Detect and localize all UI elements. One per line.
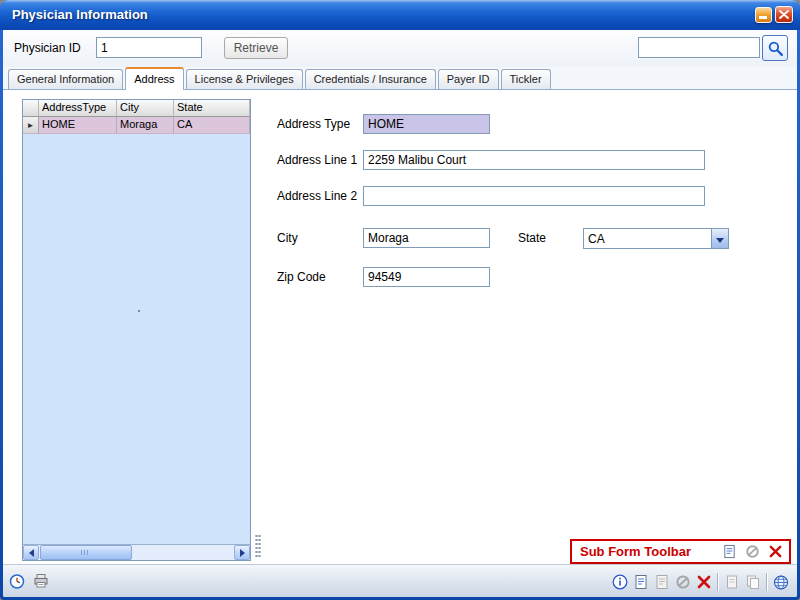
close-button[interactable] [775, 6, 793, 23]
window-title: Physician Information [12, 7, 148, 22]
subform-delete-icon[interactable] [767, 544, 783, 560]
arrow-left-icon [29, 549, 34, 557]
page-disabled-icon [724, 574, 740, 590]
scroll-track[interactable] [133, 545, 234, 560]
address-line-2-label: Address Line 2 [277, 189, 357, 203]
zip-code-label: Zip Code [277, 270, 326, 284]
tab-credentials-insurance[interactable]: Credentials / Insurance [305, 69, 436, 89]
grid-empty-area [23, 134, 250, 544]
tab-payer-id[interactable]: Payer ID [438, 69, 499, 89]
grid-header-row: AddressType City State [23, 100, 250, 117]
search-input[interactable] [638, 37, 760, 58]
scroll-thumb[interactable] [40, 545, 132, 560]
retrieve-button[interactable]: Retrieve [224, 37, 288, 59]
grid-column-city[interactable]: City [117, 100, 174, 117]
zip-code-input[interactable] [363, 267, 490, 287]
state-dropdown-value: CA [584, 232, 711, 246]
city-label: City [277, 231, 298, 245]
row-pointer-icon: ► [23, 117, 39, 134]
subform-toolbar-label: Sub Form Toolbar [580, 544, 691, 559]
scroll-left-button[interactable] [23, 545, 39, 560]
notes-icon[interactable] [633, 574, 649, 590]
address-line-1-label: Address Line 1 [277, 153, 357, 167]
scroll-right-button[interactable] [234, 545, 250, 560]
stray-dot [138, 310, 140, 312]
tab-strip: General Information Address License & Pr… [3, 67, 797, 89]
grid-column-addresstype[interactable]: AddressType [39, 100, 117, 117]
arrow-right-icon [240, 549, 245, 557]
address-grid: AddressType City State ► HOME Moraga CA [22, 99, 251, 561]
state-dropdown[interactable]: CA [583, 228, 729, 249]
info-icon[interactable] [612, 574, 628, 590]
physician-id-input[interactable] [96, 37, 202, 58]
search-icon [767, 40, 784, 57]
chevron-down-icon [716, 238, 724, 243]
city-input[interactable] [363, 228, 490, 248]
grid-column-state[interactable]: State [174, 100, 250, 117]
cancel-disabled-icon [675, 574, 691, 590]
print-icon[interactable] [33, 573, 49, 589]
tab-license-privileges[interactable]: License & Privileges [186, 69, 303, 89]
cell-state[interactable]: CA [174, 117, 250, 134]
globe-icon[interactable] [773, 574, 789, 590]
status-right-icons [612, 573, 789, 591]
address-type-label: Address Type [277, 117, 350, 131]
header-toolbar: Physician ID Retrieve [3, 30, 797, 67]
status-separator [766, 573, 768, 591]
grid-horizontal-scrollbar[interactable] [23, 544, 250, 560]
subform-cancel-disabled-icon [744, 544, 760, 560]
cell-city[interactable]: Moraga [117, 117, 174, 134]
title-bar: Physician Information [0, 0, 800, 30]
status-bar [3, 564, 797, 597]
address-line-1-input[interactable] [363, 150, 705, 170]
subform-toolbar: Sub Form Toolbar [570, 539, 791, 564]
tab-general-information[interactable]: General Information [8, 69, 123, 89]
subform-document-icon[interactable] [721, 544, 737, 560]
physician-information-window: Physician Information Physician ID Retri… [0, 0, 800, 600]
status-separator [717, 573, 719, 591]
address-type-field: HOME [363, 114, 490, 134]
grid-row-selected[interactable]: ► HOME Moraga CA [23, 117, 250, 134]
address-line-2-input[interactable] [363, 186, 705, 206]
document-disabled-icon [654, 574, 670, 590]
physician-id-label: Physician ID [14, 41, 81, 55]
address-tab-page: AddressType City State ► HOME Moraga CA [3, 89, 797, 564]
dropdown-arrow-button[interactable] [711, 229, 728, 248]
close-icon [779, 10, 789, 19]
tab-tickler[interactable]: Tickler [501, 69, 551, 89]
delete-icon[interactable] [696, 574, 712, 590]
state-label: State [518, 231, 546, 245]
client-area: Physician ID Retrieve General Informatio… [3, 30, 797, 597]
clock-icon[interactable] [9, 573, 25, 589]
minimize-button[interactable] [755, 7, 772, 23]
copy-disabled-icon [745, 574, 761, 590]
grid-indicator-header [23, 100, 39, 117]
cell-address-type[interactable]: HOME [39, 117, 117, 134]
splitter-grip[interactable] [255, 534, 261, 558]
tab-address[interactable]: Address [125, 67, 183, 90]
search-button[interactable] [762, 35, 788, 61]
status-left-icons [9, 573, 49, 589]
